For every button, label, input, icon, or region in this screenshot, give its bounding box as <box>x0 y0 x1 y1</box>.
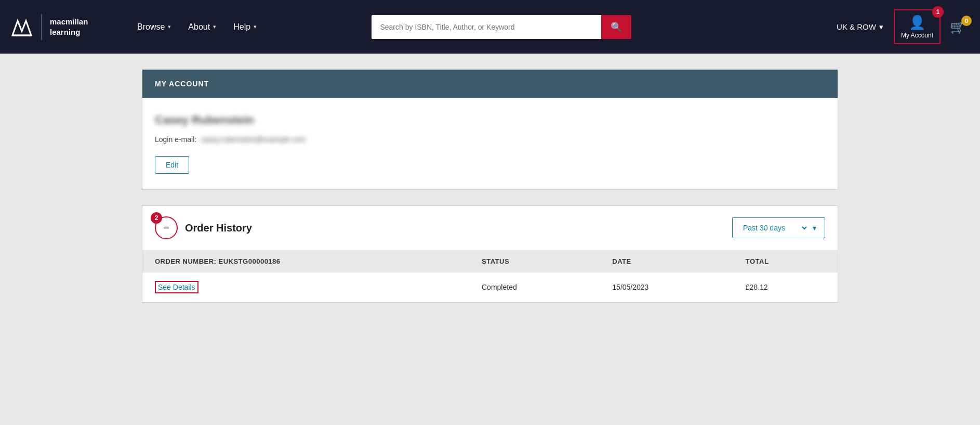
account-section-title: MY ACCOUNT <box>155 80 209 88</box>
order-table-head: ORDER NUMBER: EUKSTG00000186 STATUS DATE… <box>142 250 838 273</box>
date-filter[interactable]: Past 30 days Past 6 months Past year All… <box>732 217 825 238</box>
order-date-cell: 15/05/2023 <box>600 273 733 302</box>
edit-button[interactable]: Edit <box>155 156 189 174</box>
login-email-row: Login e-mail: casey.rubenstein@example.c… <box>155 135 825 144</box>
logo-icon <box>10 16 33 38</box>
site-header: macmillan learning Browse ▾ About ▾ Help… <box>0 0 980 54</box>
table-row: See Details Completed 15/05/2023 £28.12 <box>142 273 838 302</box>
see-details-link[interactable]: See Details <box>155 281 198 293</box>
cart-count: 0 <box>961 16 972 26</box>
order-history-left: 2 − Order History <box>155 216 252 239</box>
date-filter-select[interactable]: Past 30 days Past 6 months Past year All… <box>741 223 809 233</box>
browse-nav-item[interactable]: Browse ▾ <box>130 18 178 36</box>
col-status: STATUS <box>469 250 600 273</box>
account-icon: 👤 <box>909 15 925 31</box>
about-nav-item[interactable]: About ▾ <box>181 18 223 36</box>
help-nav-item[interactable]: Help ▾ <box>226 18 264 36</box>
order-table: ORDER NUMBER: EUKSTG00000186 STATUS DATE… <box>142 250 838 302</box>
order-status-cell: Completed <box>469 273 600 302</box>
region-chevron-icon: ▾ <box>879 22 883 32</box>
logo-divider <box>41 14 42 40</box>
search-area: 🔍 <box>372 15 631 39</box>
login-email-label: Login e-mail: <box>155 135 196 144</box>
col-total: TOTAL <box>733 250 838 273</box>
my-account-button[interactable]: 1 👤 My Account <box>894 9 941 44</box>
help-chevron-icon: ▾ <box>254 23 257 30</box>
order-history-header: 2 − Order History Past 30 days Past 6 mo… <box>142 206 838 250</box>
order-table-body: See Details Completed 15/05/2023 £28.12 <box>142 273 838 302</box>
notification-badge: 1 <box>932 6 944 18</box>
account-section-header: MY ACCOUNT <box>142 70 838 98</box>
browse-chevron-icon: ▾ <box>168 23 171 30</box>
order-total-cell: £28.12 <box>733 273 838 302</box>
order-table-header-row: ORDER NUMBER: EUKSTG00000186 STATUS DATE… <box>142 250 838 273</box>
logo-area[interactable]: macmillan learning <box>10 14 114 40</box>
account-section: MY ACCOUNT Casey Rubenstein Login e-mail… <box>142 69 838 190</box>
date-filter-chevron-icon: ▾ <box>813 224 816 232</box>
order-link-cell: See Details <box>142 273 469 302</box>
order-history-section: 2 − Order History Past 30 days Past 6 mo… <box>142 205 838 303</box>
collapse-badge: 2 <box>151 212 162 224</box>
collapse-button[interactable]: 2 − <box>155 216 178 239</box>
svg-marker-1 <box>12 21 31 35</box>
main-content: MY ACCOUNT Casey Rubenstein Login e-mail… <box>121 54 859 318</box>
col-date: DATE <box>600 250 733 273</box>
region-selector[interactable]: UK & ROW ▾ <box>831 18 889 36</box>
about-chevron-icon: ▾ <box>213 23 216 30</box>
search-icon: 🔍 <box>611 22 622 32</box>
account-body: Casey Rubenstein Login e-mail: casey.rub… <box>142 98 838 189</box>
logo-text: macmillan learning <box>50 17 88 37</box>
search-input[interactable] <box>372 15 601 39</box>
header-right: UK & ROW ▾ 1 👤 My Account 🛒 0 <box>831 9 970 44</box>
cart-button[interactable]: 🛒 0 <box>946 16 970 38</box>
login-email-value: casey.rubenstein@example.com <box>201 135 306 144</box>
search-button[interactable]: 🔍 <box>601 15 631 39</box>
col-order-number: ORDER NUMBER: EUKSTG00000186 <box>142 250 469 273</box>
user-name: Casey Rubenstein <box>155 113 825 127</box>
order-history-title: Order History <box>185 222 252 234</box>
minus-icon: − <box>163 222 169 234</box>
main-nav: Browse ▾ About ▾ Help ▾ <box>130 18 264 36</box>
